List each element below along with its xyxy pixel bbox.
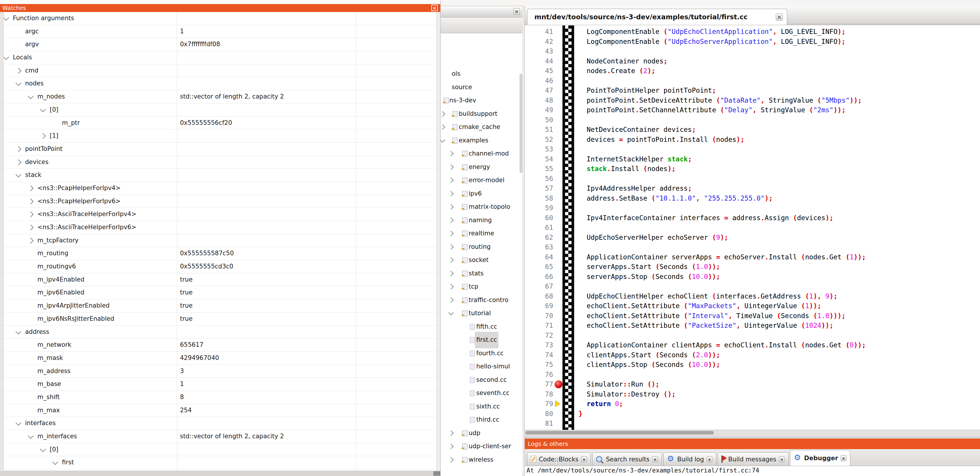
code-line[interactable]: 44 NodeContainer nodes; <box>579 56 980 66</box>
code-line[interactable]: 77 Simulator::Run (); <box>579 380 980 390</box>
watch-row[interactable]: m_address3 <box>0 365 436 378</box>
scrollbar-thumb[interactable] <box>525 431 714 434</box>
close-icon[interactable] <box>841 455 846 461</box>
tree-item-hello-simul[interactable]: hello-simul <box>439 360 522 373</box>
code-line[interactable]: 59 <box>579 203 980 213</box>
watch-row[interactable]: [0] <box>0 104 436 117</box>
column-divider[interactable] <box>356 12 356 471</box>
watch-row[interactable]: m_mask4294967040 <box>0 352 436 365</box>
chevron-right-icon[interactable] <box>448 165 453 169</box>
chevron-right-icon[interactable] <box>448 191 453 196</box>
watch-row[interactable]: [1] <box>0 129 436 143</box>
close-icon[interactable] <box>779 457 785 462</box>
tree-item-stats[interactable]: stats <box>439 267 522 280</box>
code-line[interactable]: 42 LogComponentEnable ("UdpEchoServerApp… <box>579 37 980 47</box>
watch-row[interactable]: argv0x7fffffffdf08 <box>0 38 436 51</box>
code-line[interactable]: 67 <box>579 281 980 292</box>
code-line[interactable]: 49 pointToPoint.SetChannelAttribute ("De… <box>579 105 980 115</box>
chevron-down-icon[interactable] <box>40 446 46 452</box>
code-line[interactable]: 55 stack.Install (nodes); <box>579 164 980 174</box>
panel-splitter[interactable] <box>522 6 525 476</box>
watch-row[interactable]: m_routing0x555555587c50 <box>0 247 436 260</box>
close-icon[interactable] <box>513 8 520 14</box>
watch-row[interactable]: nodes <box>0 77 436 90</box>
code-line[interactable]: 64 ApplicationContainer serverApps = ech… <box>579 252 980 262</box>
editor-horizontal-scrollbar[interactable] <box>525 430 980 436</box>
code-line[interactable]: 57 Ipv4AddressHelper address; <box>579 184 980 193</box>
tree-item-first-cc[interactable]: first.cc <box>439 333 522 347</box>
code-line[interactable]: 68 UdpEchoClientHelper echoClient (inter… <box>579 292 980 302</box>
close-icon[interactable] <box>776 13 783 21</box>
watch-row[interactable]: address <box>0 326 436 339</box>
chevron-right-icon[interactable] <box>448 444 453 449</box>
chevron-right-icon[interactable] <box>16 68 21 73</box>
code-line[interactable]: 76 <box>579 370 980 380</box>
tree-item-ns-3-dev[interactable]: ns-3-dev <box>439 94 522 107</box>
watches-horizontal-scrollbar[interactable] <box>0 471 440 476</box>
watch-row[interactable]: [0] <box>0 443 436 457</box>
tree-item-naming[interactable]: naming <box>439 214 522 227</box>
watch-row[interactable]: <ns3::AsciiTraceHelperForIpv6> <box>0 221 436 234</box>
chevron-right-icon[interactable] <box>440 124 445 129</box>
code-line[interactable]: 81 <box>579 419 980 429</box>
code-line[interactable]: 73 ApplicationContainer clientApps = ech… <box>579 340 980 350</box>
chevron-down-icon[interactable] <box>28 93 33 99</box>
code-line[interactable]: 51 NetDeviceContainer devices; <box>579 125 980 135</box>
chevron-down-icon[interactable] <box>52 459 58 465</box>
chevron-right-icon[interactable] <box>28 211 33 217</box>
close-icon[interactable] <box>652 457 658 462</box>
code-line[interactable]: 54 InternetStackHelper stack; <box>579 154 980 165</box>
tree-item-matrix-topolo[interactable]: matrix-topolo <box>439 200 522 214</box>
tree-item-ipv6[interactable]: ipv6 <box>439 187 522 201</box>
watches-vertical-scrollbar[interactable] <box>436 12 440 471</box>
code-line[interactable]: 50 <box>579 115 980 125</box>
chevron-down-icon[interactable] <box>40 106 46 112</box>
code-line[interactable]: 52 devices = pointToPoint.Install (nodes… <box>579 135 980 145</box>
tree-item-seventh-cc[interactable]: seventh.cc <box>439 387 522 400</box>
chevron-right-icon[interactable] <box>448 244 453 249</box>
tree-item-tutorial[interactable]: tutorial <box>439 307 522 320</box>
chevron-right-icon[interactable] <box>40 133 46 139</box>
watch-row[interactable]: <ns3::PcapHelperForIpv4> <box>0 182 436 195</box>
tree-item-routing[interactable]: routing <box>439 240 522 254</box>
chevron-down-icon[interactable] <box>16 172 21 177</box>
chevron-right-icon[interactable] <box>448 297 453 303</box>
watch-row[interactable]: first <box>0 456 436 469</box>
code-area[interactable]: 41 LogComponentEnable ("UdpEchoClientApp… <box>525 26 980 430</box>
code-line[interactable]: 47 PointToPointHelper pointToPoint; <box>579 86 980 96</box>
watches-titlebar[interactable]: Watches <box>0 4 440 12</box>
chevron-down-icon[interactable] <box>3 15 9 21</box>
code-line[interactable]: 63 <box>579 243 980 252</box>
code-line[interactable]: 53 <box>579 144 980 154</box>
tree-item-energy[interactable]: energy <box>439 161 522 174</box>
watch-row[interactable]: Function arguments <box>0 12 436 25</box>
watch-row[interactable]: interfaces <box>0 417 436 430</box>
watch-row[interactable]: devices <box>0 156 436 169</box>
tree-item-sixth-cc[interactable]: sixth.cc <box>439 400 522 414</box>
chevron-right-icon[interactable] <box>448 151 453 156</box>
logs-tab-search-results[interactable]: Search results <box>592 452 662 466</box>
chevron-down-icon[interactable] <box>16 329 21 334</box>
watch-row[interactable]: m_max254 <box>0 404 436 417</box>
watch-row[interactable]: m_routingv60x5555555cd3c0 <box>0 260 436 273</box>
watch-row[interactable]: m_nodesstd::vector of length 2, capacity… <box>0 90 436 104</box>
tree-item-error-model[interactable]: error-model <box>439 174 522 187</box>
tree-item-cmake-cache[interactable]: cmake_cache <box>439 120 522 134</box>
watch-row[interactable]: m_ipv6NsRsJitterEnabledtrue <box>0 313 436 326</box>
code-line[interactable]: 41 LogComponentEnable ("UdpEchoClientApp… <box>579 27 980 37</box>
chevron-right-icon[interactable] <box>28 185 33 191</box>
code-line[interactable]: 43 <box>579 46 980 56</box>
chevron-down-icon[interactable] <box>16 420 21 426</box>
chevron-right-icon[interactable] <box>448 457 453 462</box>
watch-row[interactable]: <ns3::AsciiTraceHelperForIpv4> <box>0 208 436 221</box>
chevron-right-icon[interactable] <box>448 204 453 209</box>
code-line[interactable]: 56 <box>579 174 980 184</box>
logs-splitter[interactable] <box>525 436 980 439</box>
code-line[interactable]: 66 serverApps.Stop (Seconds (10.0)); <box>579 272 980 282</box>
breakpoint-icon[interactable] <box>555 380 562 388</box>
scrollbar-thumb[interactable] <box>433 471 440 476</box>
chevron-right-icon[interactable] <box>28 238 33 244</box>
chevron-down-icon[interactable] <box>28 433 33 439</box>
chevron-right-icon[interactable] <box>448 430 453 436</box>
tree-item-socket[interactable]: socket <box>439 254 522 267</box>
